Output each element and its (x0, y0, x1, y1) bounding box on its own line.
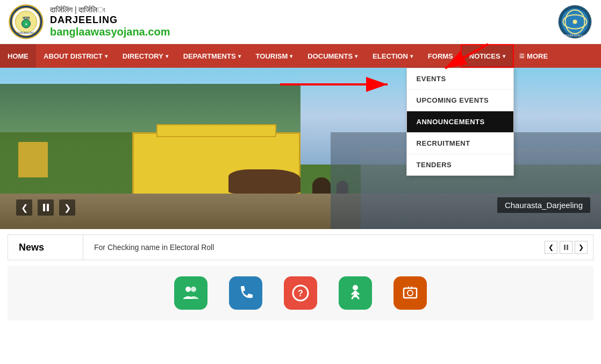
quick-link-citizens[interactable] (174, 276, 208, 310)
notices-dropdown: EVENTS UPCOMING EVENTS ANNOUNCEMENTS REC… (406, 68, 514, 176)
nav-forms[interactable]: FORMS (420, 44, 461, 68)
citizens-icon (174, 276, 208, 310)
nav-departments[interactable]: DEPARTMENTS ▾ (176, 44, 248, 68)
quick-links-section: ? (8, 266, 593, 320)
news-next-button[interactable]: ❯ (575, 241, 588, 254)
quick-link-tourist[interactable] (339, 276, 372, 310)
election-chevron: ▾ (410, 53, 413, 59)
nav-directory[interactable]: DIRECTORY ▾ (115, 44, 176, 68)
svg-point-17 (185, 287, 191, 292)
svg-point-21 (353, 285, 358, 290)
biswa-bangla-logo: BISWA BANGLA (557, 4, 592, 39)
slider-controls: ❮ ❯ (16, 199, 75, 216)
quick-link-help[interactable]: ? (284, 276, 317, 310)
svg-rect-27 (404, 288, 417, 298)
dropdown-tenders[interactable]: TENDERS (407, 154, 513, 175)
svg-text:DARJEELING: DARJEELING (18, 31, 35, 34)
news-pause-button[interactable] (560, 241, 573, 254)
help-icon: ? (284, 276, 317, 310)
district-name: DARJEELING (50, 15, 557, 26)
service-icon (393, 276, 427, 310)
nav-election[interactable]: ELECTION ▾ (365, 44, 420, 68)
news-ticker: News For Checking name in Electoral Roll… (8, 234, 593, 260)
main-navbar: HOME ABOUT DISTRICT ▾ DIRECTORY ▾ DEPART… (0, 44, 601, 68)
website-url: banglaawasyojana.com (50, 26, 557, 38)
hindi-text: दार्जिलिंग | दार्जिलिং (50, 5, 557, 15)
dropdown-announcements[interactable]: ANNOUNCEMENTS (407, 111, 513, 133)
quick-link-service[interactable] (393, 276, 427, 310)
district-logo: भारत ★ DARJEELING (9, 4, 44, 39)
quick-link-phone[interactable] (229, 276, 262, 310)
svg-point-18 (191, 287, 196, 292)
phone-icon (229, 276, 262, 310)
svg-text:?: ? (298, 289, 303, 298)
news-controls: ❮ ❯ (539, 241, 593, 254)
svg-point-11 (573, 20, 577, 24)
nav-home[interactable]: HOME (0, 44, 36, 68)
dropdown-upcoming[interactable]: UPCOMING EVENTS (407, 90, 513, 111)
documents-chevron: ▾ (355, 53, 357, 59)
about-chevron: ▾ (105, 53, 108, 59)
svg-text:★: ★ (25, 23, 27, 26)
tourist-icon (339, 276, 372, 310)
slider-caption: Chaurasta_Darjeeling (497, 197, 590, 213)
directory-chevron: ▾ (166, 53, 168, 59)
news-content: For Checking name in Electoral Roll (83, 243, 539, 252)
dropdown-events[interactable]: EVENTS (407, 68, 513, 90)
nav-notices[interactable]: NOTICES ▾ (461, 44, 514, 68)
nav-tourism[interactable]: TOURISM ▾ (248, 44, 300, 68)
departments-chevron: ▾ (238, 53, 241, 59)
nav-documents[interactable]: DOCUMENTS ▾ (300, 44, 365, 68)
svg-point-28 (407, 290, 413, 296)
dropdown-recruitment[interactable]: RECRUITMENT (407, 133, 513, 154)
notices-chevron: ▾ (503, 53, 505, 59)
news-label: News (8, 235, 83, 260)
site-title-block: दार्जिलिंग | दार्जिलिং DARJEELING bangla… (50, 5, 557, 38)
slider-next-button[interactable]: ❯ (59, 199, 75, 216)
notices-wrapper: NOTICES ▾ EVENTS UPCOMING EVENTS ANNOUNC… (461, 44, 514, 68)
tourism-chevron: ▾ (290, 53, 292, 59)
slider-pause-button[interactable] (38, 199, 54, 216)
nav-more[interactable]: ≡ MORE (514, 44, 554, 68)
news-prev-button[interactable]: ❮ (545, 241, 557, 254)
slider-prev-button[interactable]: ❮ (16, 199, 32, 216)
nav-about[interactable]: ABOUT DISTRICT ▾ (36, 44, 115, 68)
svg-text:BISWA BANGLA: BISWA BANGLA (565, 34, 585, 37)
site-header: भारत ★ DARJEELING दार्जिलिंग | दार्जिलिং… (0, 0, 601, 44)
